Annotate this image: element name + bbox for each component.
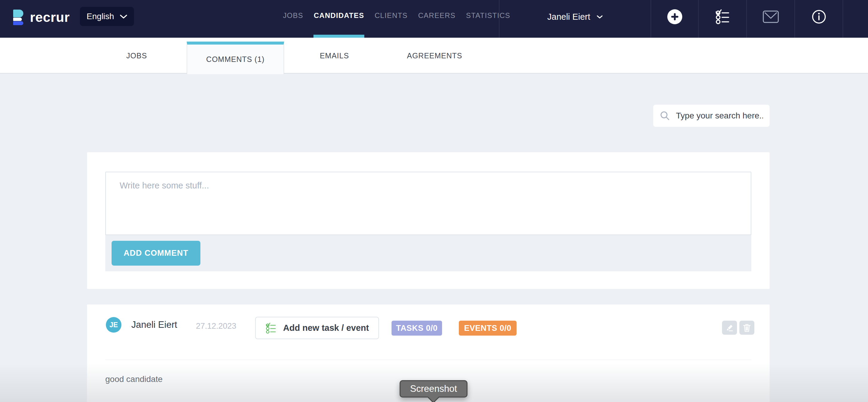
comment-composer-card: ADD COMMENT (87, 152, 770, 289)
info-icon (811, 9, 827, 24)
edit-comment-button[interactable] (722, 321, 737, 335)
app-root: recrur English JOBS CANDIDATES CLIENTS C… (0, 0, 868, 402)
tab-bar: JOBS COMMENTS (1) EMAILS AGREEMENTS (0, 38, 868, 73)
add-task-event-button[interactable]: Add new task / event (255, 317, 379, 339)
user-menu[interactable]: Janeli Eiert (499, 0, 651, 38)
tab-emails[interactable]: EMAILS (284, 38, 385, 73)
info-button[interactable] (795, 0, 843, 38)
plus-circle-icon (667, 9, 682, 24)
tab-agreements[interactable]: AGREEMENTS (385, 38, 485, 73)
recrur-logo-icon (13, 9, 23, 25)
logo-text: recrur (30, 9, 70, 25)
topbar-spacer (843, 0, 868, 38)
comment-divider (105, 360, 751, 360)
mail-button[interactable] (746, 0, 795, 38)
composer-footer: ADD COMMENT (105, 235, 751, 271)
trash-icon (743, 323, 751, 332)
cursor-tooltip: Screenshot (400, 380, 467, 398)
events-count-badge: EVENTS 0/0 (459, 321, 517, 336)
search-icon (660, 111, 670, 121)
main-nav: JOBS CANDIDATES CLIENTS CAREERS STATISTI… (283, 0, 510, 38)
add-new-button[interactable] (651, 0, 698, 38)
mail-icon (763, 10, 779, 23)
user-name: Janeli Eiert (547, 12, 590, 22)
nav-candidates[interactable]: CANDIDATES (314, 0, 364, 38)
search-box (653, 105, 770, 127)
tab-comments[interactable]: COMMENTS (1) (187, 41, 284, 74)
chevron-down-icon (120, 14, 127, 19)
add-comment-button[interactable]: ADD COMMENT (112, 241, 200, 266)
tab-jobs[interactable]: JOBS (87, 38, 187, 73)
comment-input[interactable] (105, 172, 751, 235)
chevron-down-icon (597, 15, 603, 19)
comment-date: 27.12.2023 (196, 321, 236, 331)
nav-jobs[interactable]: JOBS (283, 0, 303, 38)
nav-clients[interactable]: CLIENTS (374, 0, 407, 38)
add-task-event-label: Add new task / event (283, 323, 369, 333)
language-label: English (87, 12, 114, 21)
topbar-actions (651, 0, 868, 38)
task-list-icon (265, 322, 277, 334)
comment-body-text: good candidate (105, 374, 163, 384)
pencil-icon (725, 323, 734, 332)
delete-comment-button[interactable] (739, 321, 754, 335)
search-input[interactable] (676, 111, 763, 121)
comment-author-name: Janeli Eiert (131, 320, 177, 330)
tasks-count-badge: TASKS 0/0 (392, 321, 442, 336)
logo[interactable]: recrur (13, 9, 70, 25)
topbar: recrur English JOBS CANDIDATES CLIENTS C… (0, 0, 868, 38)
nav-careers[interactable]: CAREERS (418, 0, 456, 38)
language-selector[interactable]: English (80, 7, 134, 26)
tasks-button[interactable] (698, 0, 746, 38)
task-list-icon (715, 9, 731, 25)
avatar: JE (106, 317, 121, 333)
